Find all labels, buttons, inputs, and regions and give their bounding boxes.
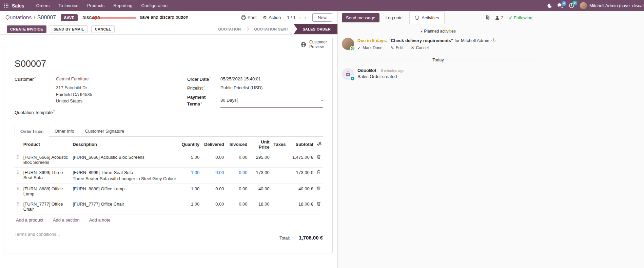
unit-price-column-header[interactable]: Unit Price [249, 137, 271, 152]
customer-preview-button[interactable]: Customer Preview [295, 38, 332, 51]
order-date-value[interactable]: 05/25/2023 15:40:01 [220, 76, 261, 83]
invoiced-cell[interactable]: 0.00 [226, 167, 249, 184]
mark-done-button[interactable]: ✓Mark Done [357, 45, 383, 50]
planned-activities-header[interactable]: ▾Planned activities [342, 29, 534, 34]
delete-row-icon[interactable] [314, 152, 323, 167]
print-button[interactable]: Print [241, 15, 257, 20]
pager-next-icon[interactable]: › [304, 15, 306, 20]
message-author[interactable]: OdooBot [357, 68, 376, 73]
new-button[interactable]: New [312, 13, 332, 22]
delivered-cell[interactable]: 0.00 [201, 184, 225, 199]
description-cell[interactable]: [FURN_6666] Acoustic Bloc Screens [71, 152, 177, 167]
invoiced-column-header[interactable]: Invoiced [226, 137, 249, 152]
status-quotation-sent[interactable]: QUOTATION SENT [249, 24, 293, 34]
add-a-product-link[interactable]: Add a product [16, 217, 43, 223]
create-invoice-button[interactable]: CREATE INVOICE [7, 25, 46, 33]
delivered-column-header[interactable]: Delivered [201, 137, 225, 152]
taxes-cell[interactable] [271, 184, 287, 199]
delete-row-icon[interactable] [314, 184, 323, 199]
status-quotation[interactable]: QUOTATION [213, 24, 246, 34]
save-button[interactable]: SAVE [61, 14, 78, 21]
taxes-column-header[interactable]: Taxes [271, 137, 287, 152]
description-cell[interactable]: [FURN_7777] Office Chair [71, 199, 177, 214]
taxes-cell[interactable] [271, 199, 287, 214]
unit-price-cell[interactable]: 173.00 [249, 167, 271, 184]
product-cell[interactable]: [FURN_8999] Three-Seat Sofa [22, 167, 72, 184]
dark-mode-moon-icon[interactable] [547, 3, 552, 8]
description-column-header[interactable]: Description [71, 137, 177, 152]
unit-price-cell[interactable]: 18.00 [249, 199, 271, 214]
drag-handle-icon[interactable] [15, 199, 22, 214]
add-a-section-link[interactable]: Add a section [53, 217, 80, 223]
table-row[interactable]: [FURN_8888] Office Lamp [FURN_8888] Offi… [15, 184, 323, 199]
payment-terms-input[interactable]: 30 Days ▾ [220, 94, 323, 108]
unit-price-cell[interactable]: 40.00 [249, 184, 271, 199]
log-note-button[interactable]: Log note [386, 15, 403, 20]
tab-activities[interactable]: Activities [409, 11, 444, 24]
total-value: 1,706.00 € [299, 235, 323, 241]
following-button[interactable]: ✓ Following [509, 15, 532, 20]
subtotal-column-header[interactable]: Subtotal [287, 137, 315, 152]
delivered-cell[interactable]: 0.00 [201, 152, 225, 167]
edit-activity-button[interactable]: ✎Edit [391, 45, 403, 50]
terms-and-conditions-placeholder[interactable]: Terms and conditions... [15, 232, 60, 241]
pricelist-value[interactable]: Public Pricelist (USD) [220, 85, 262, 92]
table-row[interactable]: [FURN_7777] Office Chair [FURN_7777] Off… [15, 199, 323, 214]
tab-order-lines[interactable]: Order Lines [15, 126, 49, 137]
quantity-cell[interactable]: 1.00 [177, 199, 201, 214]
cancel-activity-button[interactable]: ✕Cancel [411, 45, 429, 50]
menu-reporting[interactable]: Reporting [109, 0, 137, 11]
product-cell[interactable]: [FURN_6666] Acoustic Bloc Screens [22, 152, 72, 167]
add-a-note-link[interactable]: Add a note [89, 217, 111, 223]
menu-to-invoice[interactable]: To Invoice [54, 0, 83, 11]
quantity-column-header[interactable]: Quantity [177, 137, 201, 152]
unit-price-cell[interactable]: 295.00 [249, 152, 271, 167]
invoiced-cell[interactable]: 0.00 [226, 199, 249, 214]
activities-clock-icon[interactable]: 2 [569, 3, 574, 8]
status-sales-order[interactable]: SALES ORDER [293, 24, 337, 34]
user-menu[interactable]: Mitchell Admin (save_discar [580, 2, 644, 9]
help-mark: ? [200, 101, 202, 104]
cancel-button[interactable]: CANCEL [91, 25, 115, 33]
drag-handle-icon[interactable] [15, 152, 22, 167]
quantity-cell[interactable]: 1.00 [177, 184, 201, 199]
product-cell[interactable]: [FURN_8888] Office Lamp [22, 184, 72, 199]
info-icon[interactable] [491, 38, 495, 42]
delivered-cell[interactable]: 0.00 [201, 167, 225, 184]
invoiced-cell[interactable]: 0.00 [226, 184, 249, 199]
dropdown-caret-icon[interactable]: ▾ [321, 98, 323, 103]
invoiced-cell[interactable]: 0.00 [226, 152, 249, 167]
messages-icon[interactable]: 4 [558, 3, 563, 8]
drag-handle-icon[interactable] [15, 184, 22, 199]
menu-configuration[interactable]: Configuration [137, 0, 172, 11]
pager-previous-icon[interactable]: ‹ [299, 15, 301, 20]
tab-other-info[interactable]: Other Info [49, 126, 80, 136]
delete-row-icon[interactable] [314, 167, 323, 184]
followers-button[interactable]: 2 [495, 15, 503, 20]
menu-orders[interactable]: Orders [32, 0, 54, 11]
quantity-cell[interactable]: 5.00 [177, 152, 201, 167]
product-column-header[interactable]: Product [22, 137, 72, 152]
tab-customer-signature[interactable]: Customer Signature [80, 126, 130, 136]
delivered-cell[interactable]: 0.00 [201, 199, 225, 214]
send-by-email-button[interactable]: SEND BY EMAIL [50, 25, 88, 33]
menu-products[interactable]: Products [83, 0, 109, 11]
taxes-cell[interactable] [271, 152, 287, 167]
toggle-columns-icon[interactable] [314, 137, 323, 152]
apps-grid-icon[interactable] [0, 3, 12, 8]
action-button[interactable]: ⚙ Action [263, 15, 281, 20]
product-cell[interactable]: [FURN_7777] Office Chair [22, 199, 72, 214]
customer-link[interactable]: Gemini Furniture [56, 76, 89, 83]
table-row[interactable]: [FURN_8999] Three-Seat Sofa [FURN_8999] … [15, 167, 323, 184]
table-row[interactable]: [FURN_6666] Acoustic Bloc Screens [FURN_… [15, 152, 323, 167]
taxes-cell[interactable] [271, 167, 287, 184]
send-message-button[interactable]: Send message [342, 13, 379, 22]
app-brand[interactable]: Sales [12, 3, 24, 8]
breadcrumb-quotations-link[interactable]: Quotations [5, 15, 32, 21]
paperclip-icon[interactable] [486, 15, 490, 20]
drag-handle-icon[interactable] [15, 167, 22, 184]
delete-row-icon[interactable] [314, 199, 323, 214]
quantity-cell[interactable]: 1.00 [177, 167, 201, 184]
description-cell[interactable]: [FURN_8888] Office Lamp [71, 184, 177, 199]
description-cell[interactable]: [FURN_8999] Three-Seat SofaThree Seater … [71, 167, 177, 184]
